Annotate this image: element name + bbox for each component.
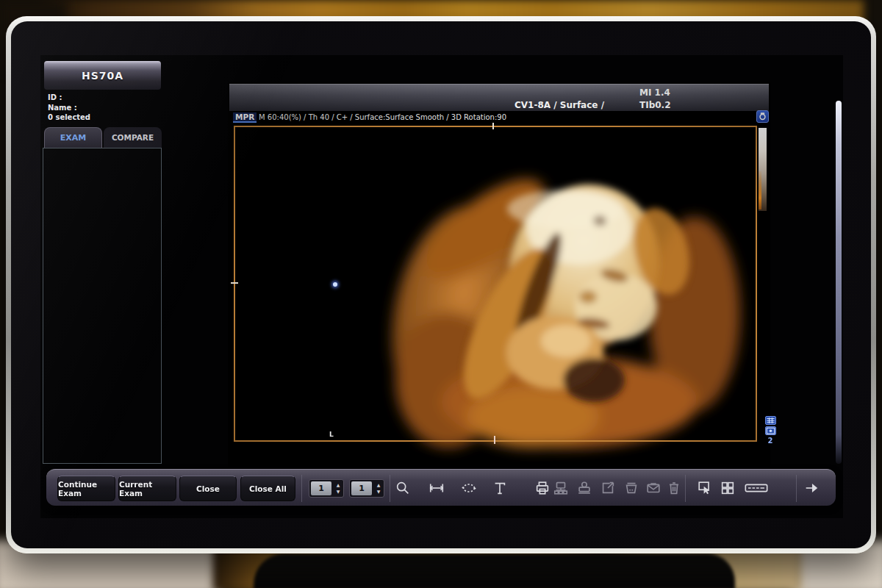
patient-name-label: Name : [48,103,90,113]
image-display-area: CV1-8A / Surface / MI 1.4 TIb0.2 MPR M 6… [228,82,770,467]
ti-value: TIb0.2 [639,100,671,110]
annotate-text-icon[interactable] [490,478,509,498]
continue-exam-button[interactable]: Continue Exam [57,476,115,501]
archive-store-icon[interactable] [622,478,641,498]
monitor-bezel: HS70A ID : Name : 0 selected EXAM COMPAR… [6,16,876,553]
toolbar-divider [685,475,686,502]
transducer-mode-label: CV1-8A / Surface / [514,100,604,110]
bottom-toolbar: Continue Exam Current Exam Close Close A… [46,469,836,506]
current-exam-button[interactable]: Current Exam [118,476,176,501]
orientation-marker: L [329,431,334,438]
ultrasound-screen: HS70A ID : Name : 0 selected EXAM COMPAR… [40,55,843,518]
keyboard-icon[interactable] [742,478,771,498]
monitor-stand [254,553,735,588]
frame-indicator: 2 [761,416,779,445]
roi-tick-bottom [494,436,495,444]
system-model-badge: HS70A [44,61,161,90]
window-select-icon[interactable] [695,478,714,498]
rotation-center-marker [333,282,337,287]
stepper-up-icon[interactable]: ▲ [373,482,384,488]
roi-render-box[interactable] [234,126,757,442]
frame-number: 2 [768,437,773,445]
status-line: MPR M 60:40(%) / Th 40 / C+ / Surface:Su… [228,112,769,125]
roi-tick-left [231,282,238,284]
render-colormap-bar [759,128,767,211]
toolbar-divider [301,475,302,502]
toolbar-divider [796,475,797,502]
toolbar-divider [390,475,390,502]
mpr-mode-link[interactable]: MPR [233,112,257,123]
zoom-icon[interactable] [393,478,412,498]
patient-id-label: ID : [48,93,90,103]
camera-capture-icon[interactable] [756,110,769,123]
sidebar-tabs: EXAM COMPARE [44,127,162,148]
close-button[interactable]: Close [179,476,237,501]
close-all-button[interactable]: Close All [240,476,295,501]
stepper-down-icon[interactable]: ▼ [333,489,343,495]
mi-value: MI 1.4 [639,87,670,98]
patient-info: ID : Name : 0 selected [48,93,90,123]
copies-stepper-1[interactable]: 1 ▲▼ [309,479,344,498]
monitor-face: HS70A ID : Name : 0 selected EXAM COMPAR… [11,21,871,548]
tab-compare[interactable]: COMPARE [104,127,162,148]
measure-distance-icon[interactable] [427,478,446,498]
stepper-down-icon[interactable]: ▼ [373,489,384,495]
print-device-icon[interactable] [575,478,594,498]
email-icon[interactable] [644,478,663,498]
delete-icon[interactable] [664,478,684,498]
stepper-up-icon[interactable]: ▲ [333,482,343,488]
send-to-network-icon[interactable] [551,478,570,498]
tab-exam[interactable]: EXAM [44,127,102,148]
export-image-icon[interactable] [598,478,617,498]
stepper-value: 1 [311,481,331,495]
print-icon[interactable] [533,478,552,498]
image-header-bar: CV1-8A / Surface / MI 1.4 TIb0.2 [229,84,769,111]
copies-stepper-2[interactable]: 1 ▲▼ [349,479,384,498]
next-page-icon[interactable] [802,478,821,498]
stepper-value: 1 [351,481,372,495]
scroll-indicator[interactable] [836,101,842,464]
layout-grid-icon[interactable] [718,478,737,498]
cine-frame-icon[interactable] [765,426,776,435]
selected-count: 0 selected [48,112,90,123]
render-parameters: M 60:40(%) / Th 40 / C+ / Surface:Surfac… [259,113,506,121]
cine-grid-icon[interactable] [765,416,776,425]
thumbnail-list[interactable] [43,148,162,464]
measure-ellipse-icon[interactable] [459,478,478,498]
roi-tick-top [492,123,494,129]
